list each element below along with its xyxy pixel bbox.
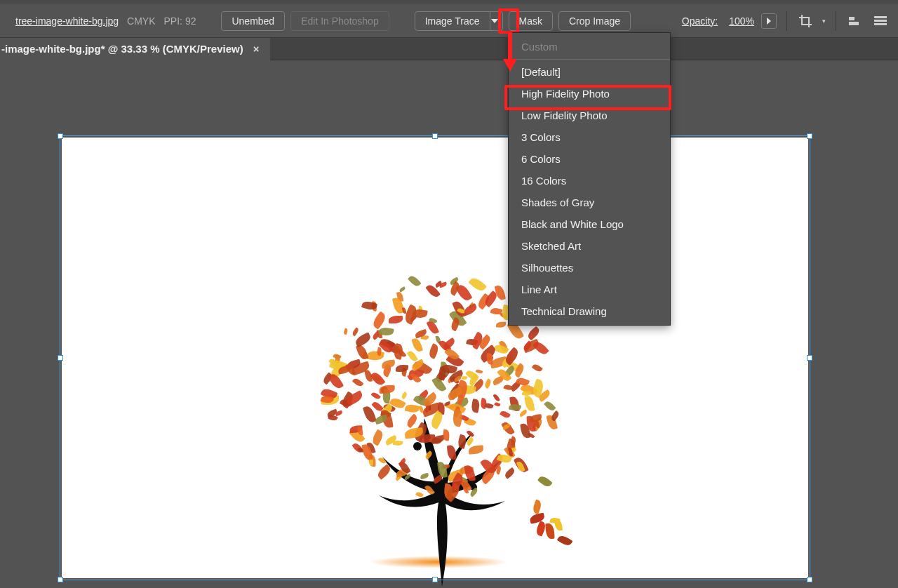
menu-separator [509,59,670,60]
document-tab-title: -image-white-bg.jpg* @ 33.33 % (CMYK/Pre… [1,43,243,55]
menu-item-high-fidelity-photo[interactable]: High Fidelity Photo [509,83,670,105]
svg-rect-4 [874,23,887,25]
unembed-button[interactable]: Unembed [221,11,285,31]
selection-handle-tc[interactable] [432,133,438,139]
menu-item-low-fidelity-photo[interactable]: Low Fidelity Photo [509,105,670,126]
divider [786,11,787,31]
opacity-label[interactable]: Opacity: [682,15,718,27]
edit-in-photoshop-button: Edit In Photoshop [290,11,389,31]
menu-item-technical-drawing[interactable]: Technical Drawing [509,300,670,322]
file-info: tree-image-white-bg.jpg CMYK PPI: 92 [6,15,196,27]
document-tab-bar: -image-white-bg.jpg* @ 33.33 % (CMYK/Pre… [0,38,898,60]
document-tab[interactable]: -image-white-bg.jpg* @ 33.33 % (CMYK/Pre… [0,38,270,60]
menu-item-shades-of-gray[interactable]: Shades of Gray [509,192,670,213]
selection-handle-tl[interactable] [58,133,63,139]
menu-item-sketched-art[interactable]: Sketched Art [509,235,670,257]
crop-image-button[interactable]: Crop Image [558,11,631,31]
close-tab-icon[interactable]: × [253,43,260,55]
svg-rect-1 [849,22,859,25]
selection-handle-mr[interactable] [807,355,812,361]
svg-rect-2 [874,16,887,18]
menu-item-line-art[interactable]: Line Art [509,279,670,300]
crop-tool-icon[interactable] [797,13,815,29]
image-trace-button[interactable]: Image Trace [415,11,490,31]
image-trace-group: Image Trace [415,11,503,31]
selection-handle-tr[interactable] [807,133,812,139]
selection-handle-bc[interactable] [432,577,438,582]
selection-handle-bl[interactable] [58,577,63,582]
right-controls: Opacity: 100% ▾ [682,11,892,31]
align-icon[interactable] [846,13,864,29]
svg-rect-3 [874,20,887,22]
menu-item-silhouettes[interactable]: Silhouettes [509,257,670,279]
svg-rect-0 [849,17,855,20]
menu-item-custom: Custom [509,36,670,58]
menu-item-16-colors[interactable]: 16 Colors [509,170,670,192]
chevron-down-icon [491,19,498,23]
control-bar: tree-image-white-bg.jpg CMYK PPI: 92 Une… [0,0,898,38]
selection-handle-br[interactable] [807,577,812,582]
file-name-link[interactable]: tree-image-white-bg.jpg [15,15,119,27]
image-trace-dropdown-toggle[interactable] [488,11,503,31]
menu-item-black-and-white-logo[interactable]: Black and White Logo [509,213,670,235]
ppi-label: PPI: 92 [164,15,196,27]
opacity-more-button[interactable] [761,13,777,29]
opacity-value[interactable]: 100% [729,15,754,27]
menu-item-3-colors[interactable]: 3 Colors [509,126,670,148]
canvas-area[interactable] [0,60,898,588]
arrange-icon[interactable] [871,13,890,29]
chevron-right-icon [767,18,771,25]
mask-button[interactable]: Mask [509,11,553,31]
selection-handle-ml[interactable] [58,355,63,361]
menu-item-default[interactable]: [Default] [509,61,670,83]
color-mode-label: CMYK [127,15,155,27]
menu-item-6-colors[interactable]: 6 Colors [509,148,670,170]
image-trace-presets-menu: Custom [Default]High Fidelity PhotoLow F… [508,32,671,326]
divider [836,11,836,31]
tool-dropdown-icon[interactable]: ▾ [822,18,826,25]
